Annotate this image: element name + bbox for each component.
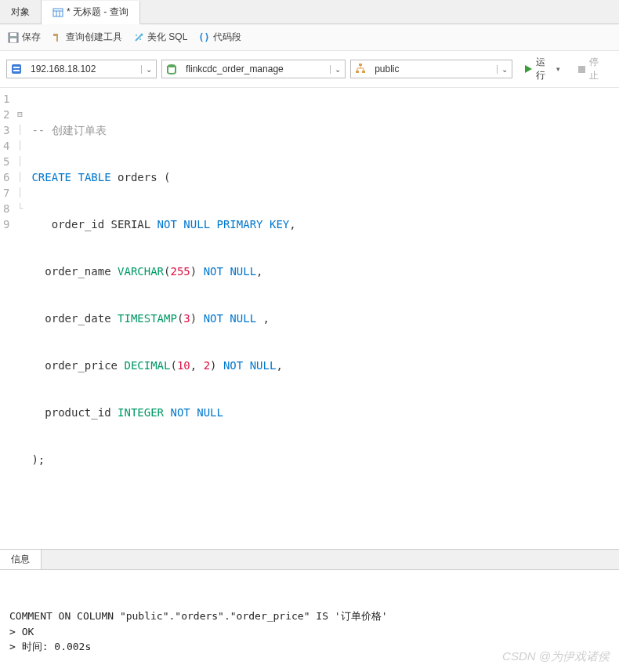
run-label: 运行 bbox=[536, 56, 553, 82]
stop-label: 停止 bbox=[589, 56, 606, 82]
chevron-down-icon: ⌄ bbox=[330, 65, 345, 74]
svg-rect-18 bbox=[356, 71, 359, 73]
database-icon bbox=[162, 63, 181, 75]
stop-button[interactable]: 停止 bbox=[571, 56, 613, 82]
svg-rect-25 bbox=[578, 66, 585, 73]
schema-icon bbox=[351, 63, 370, 75]
messages-panel: COMMENT ON COLUMN "public"."orders"."ord… bbox=[0, 570, 619, 672]
toolbar-label: 查询创建工具 bbox=[66, 31, 122, 44]
play-icon bbox=[523, 64, 533, 74]
svg-rect-19 bbox=[362, 71, 365, 73]
chevron-down-icon: ⌄ bbox=[497, 65, 512, 74]
svg-rect-5 bbox=[10, 33, 16, 36]
tab-label: * 无标题 - 查询 bbox=[67, 5, 129, 19]
svg-point-12 bbox=[139, 38, 141, 40]
svg-point-11 bbox=[136, 35, 137, 36]
query-builder-button[interactable]: 查询创建工具 bbox=[52, 31, 122, 44]
tab-label: 对象 bbox=[11, 5, 30, 19]
svg-rect-8 bbox=[56, 35, 58, 42]
svg-rect-17 bbox=[359, 64, 362, 66]
save-button[interactable]: 保存 bbox=[8, 31, 41, 44]
query-icon bbox=[52, 7, 63, 18]
svg-rect-15 bbox=[13, 70, 20, 71]
svg-marker-24 bbox=[525, 65, 532, 73]
schema-select[interactable]: public ⌄ bbox=[350, 60, 512, 78]
sql-editor[interactable]: 123456789 ⊟│││││└ -- 创建订单表 CREATE TABLE … bbox=[0, 88, 619, 549]
svg-point-16 bbox=[168, 64, 176, 67]
message-block: COMMENT ON COLUMN "public"."orders"."ord… bbox=[9, 608, 610, 655]
toolbar-label: 美化 SQL bbox=[147, 31, 187, 44]
run-button[interactable]: 运行 ▾ bbox=[517, 56, 567, 82]
parens-icon: () bbox=[198, 32, 209, 43]
chevron-down-icon: ▾ bbox=[556, 65, 560, 73]
database-select[interactable]: flinkcdc_order_manage ⌄ bbox=[161, 60, 346, 78]
fold-gutter: ⊟│││││└ bbox=[16, 88, 25, 549]
host-select[interactable]: 192.168.18.102 ⌄ bbox=[6, 60, 157, 78]
svg-rect-13 bbox=[12, 64, 21, 74]
stop-icon bbox=[577, 65, 586, 74]
beautify-sql-button[interactable]: 美化 SQL bbox=[133, 31, 187, 44]
svg-point-10 bbox=[141, 33, 143, 35]
tab-messages[interactable]: 信息 bbox=[0, 550, 42, 569]
tab-bar: 对象 * 无标题 - 查询 bbox=[0, 0, 619, 24]
code-content: -- 创建订单表 CREATE TABLE orders ( order_id … bbox=[25, 88, 302, 549]
wand-icon bbox=[133, 32, 144, 43]
connection-row: 192.168.18.102 ⌄ flinkcdc_order_manage ⌄… bbox=[0, 51, 619, 88]
svg-rect-6 bbox=[10, 38, 16, 42]
database-value: flinkcdc_order_manage bbox=[181, 64, 330, 74]
toolbar-label: 代码段 bbox=[213, 31, 241, 44]
toolbar: 保存 查询创建工具 美化 SQL () 代码段 bbox=[0, 24, 619, 51]
save-icon bbox=[8, 32, 19, 43]
tab-query[interactable]: * 无标题 - 查询 bbox=[42, 1, 140, 24]
tab-objects[interactable]: 对象 bbox=[0, 0, 42, 24]
hammer-icon bbox=[52, 32, 63, 43]
server-icon bbox=[7, 63, 26, 75]
svg-rect-14 bbox=[13, 67, 20, 68]
line-gutter: 123456789 bbox=[0, 88, 16, 549]
snippet-button[interactable]: () 代码段 bbox=[198, 31, 241, 44]
host-value: 192.168.18.102 bbox=[26, 64, 141, 74]
svg-rect-0 bbox=[53, 9, 63, 16]
chevron-down-icon: ⌄ bbox=[141, 65, 156, 74]
message-tabs: 信息 bbox=[0, 549, 619, 570]
schema-value: public bbox=[370, 64, 496, 74]
toolbar-label: 保存 bbox=[22, 31, 41, 44]
